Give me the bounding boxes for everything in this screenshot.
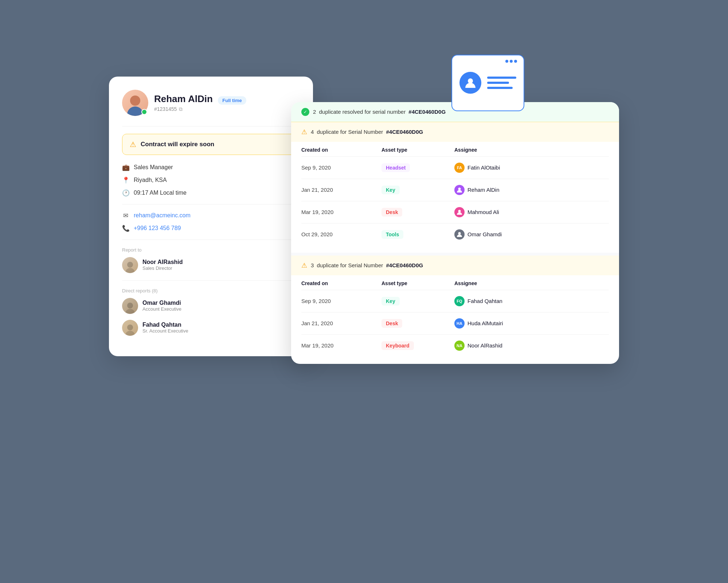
divider-1 [122,126,300,127]
assignee-cell: Reham AlDin [454,185,609,195]
employee-name-row: Reham AlDin Full time [154,93,246,105]
cell-asset: Tools [381,230,454,239]
warning-text-1: 4 duplicate for Serial Number #4CE0460D0… [311,129,423,135]
assignee-cell: HA Huda AlMutairi [454,318,609,329]
svg-point-3 [458,232,461,234]
direct-report-1-title: Sr. Account Executive [142,328,188,334]
col-created-on-1: Created on [301,147,381,153]
phone-icon: 📞 [122,225,129,232]
phone-row: 📞 +996 123 456 789 [122,225,300,232]
contract-alert: ⚠ Contract will expire soon [122,134,300,155]
warning-bar-1: ⚠ 4 duplicate for Serial Number #4CE0460… [291,122,619,142]
cell-date: Jan 21, 2020 [301,187,381,193]
table-section-2: Created on Asset type Assignee Sep 9, 20… [291,275,619,364]
asset-tag-headset: Headset [381,163,410,172]
cell-date: Sep 9, 2020 [301,164,381,171]
warning-bar-2: ⚠ 3 duplicate for Serial Number #4CE0460… [291,256,619,275]
asset-tag: Key [381,297,400,306]
section-gap [291,253,619,256]
assignee-avatar [454,207,465,217]
warn2-serial: #4CE0460D0G [386,262,423,268]
warn1-serial: #4CE0460D0G [386,129,423,135]
employee-card: Reham AlDin Full time #1231455 ⧉ ⚠ Contr… [109,77,313,356]
assignee-avatar: FA [454,163,465,173]
employee-name-section: Reham AlDin Full time #1231455 ⧉ [154,93,246,112]
asset-tag-tools: Tools [381,230,403,239]
direct-report-1-avatar [122,320,138,336]
direct-reports-label: Direct reports (8) [122,288,300,294]
widget-line-1 [487,77,516,79]
assignee-cell: Omar Ghamdi [454,229,609,240]
location-icon: 📍 [122,176,129,184]
direct-report-0-info: Omar Ghamdi Account Executive [142,300,181,312]
asset-card: ✓ 2 duplicate resolved for serial number… [291,102,619,364]
avatar-body [127,106,143,116]
online-status-dot [141,109,147,115]
assignee-avatar [454,185,465,195]
widget-line-3 [487,87,513,89]
direct-report-0-avatar [122,298,138,314]
cell-asset: Desk [381,319,454,328]
table-row: Jan 21, 2020 Desk HA Huda AlMutairi [301,312,609,334]
cell-date: Mar 19, 2020 [301,342,381,349]
table-row: Sep 9, 2020 Key FQ Fahad Qahtan [301,290,609,312]
time-row: 🕐 09:17 AM Local time [122,189,300,197]
col-asset-type-2: Asset type [381,280,454,286]
check-icon: ✓ [301,108,309,116]
col-assignee-2: Assignee [454,280,609,286]
phone-link[interactable]: +996 123 456 789 [134,225,181,232]
dot-1 [505,60,508,63]
table-2-header: Created on Asset type Assignee [301,275,609,290]
employee-badge: Full time [218,96,246,105]
dra1-inner [122,320,138,336]
asset-tag: Keyboard [381,341,414,350]
assignee-name: Fahad Qahtan [467,298,502,304]
table-row: Mar 19, 2020 Keyboard NA Noor AlRashid [301,334,609,357]
table-row: Mar 19, 2020 Desk Mahmoud Ali [301,201,609,223]
assignee-cell: FA Fatin AlOtaibi [454,163,609,173]
resolved-serial: #4CE0460D0G [408,109,446,115]
clock-icon: 🕐 [122,189,129,197]
employee-avatar-wrapper [122,90,148,116]
warn-icon-2: ⚠ [301,261,307,269]
table-row: Oct 29, 2020 Tools Omar Ghamdi [301,223,609,245]
email-link[interactable]: reham@acmeinc.com [134,212,191,219]
cell-date: Jan 21, 2020 [301,320,381,326]
direct-report-1-name: Fahad Qahtan [142,322,188,328]
divider-4 [122,280,300,281]
svg-point-0 [468,78,473,83]
employee-id: #1231455 [154,106,177,112]
warning-text-2: 3 duplicate for Serial Number #4CE0460D0… [311,262,423,268]
employee-header: Reham AlDin Full time #1231455 ⧉ [122,90,300,116]
table-1-header: Created on Asset type Assignee [301,142,609,156]
table-row: Jan 21, 2020 Key Reham AlDin [301,179,609,201]
report-to-person: Noor AlRashid Sales Director [122,257,300,273]
scene: Reham AlDin Full time #1231455 ⧉ ⚠ Contr… [109,55,619,529]
copy-icon[interactable]: ⧉ [179,106,183,112]
dra0-body [125,309,135,314]
direct-report-1-info: Fahad Qahtan Sr. Account Executive [142,322,188,334]
asset-tag: Desk [381,319,402,328]
table-section-1: Created on Asset type Assignee Sep 9, 20… [291,142,619,253]
assignee-cell: NA Noor AlRashid [454,341,609,351]
cell-asset: Key [381,297,454,306]
asset-tag-desk: Desk [381,208,402,217]
warn2-count: 3 [311,262,314,268]
assignee-name: Mahmoud Ali [467,209,499,215]
email-row: ✉ reham@acmeinc.com [122,212,300,219]
report-to-avatar [122,257,138,273]
profile-widget [451,55,524,111]
warn-icon-1: ⚠ [301,128,307,136]
cell-asset: Keyboard [381,341,454,350]
employee-name: Reham AlDin [154,93,213,104]
divider-2 [122,204,300,205]
employee-id-row: #1231455 ⧉ [154,106,246,112]
resolved-text: 2 duplicate resolved for serial number #… [313,109,446,115]
assignee-avatar: NA [454,341,465,351]
cell-date: Oct 29, 2020 [301,231,381,237]
divider-3 [122,240,300,240]
table-row: Sep 9, 2020 Headset FA Fatin AlOtaibi [301,156,609,179]
warning-icon: ⚠ [130,140,136,149]
assignee-cell: FQ Fahad Qahtan [454,296,609,306]
widget-dots [505,60,517,63]
